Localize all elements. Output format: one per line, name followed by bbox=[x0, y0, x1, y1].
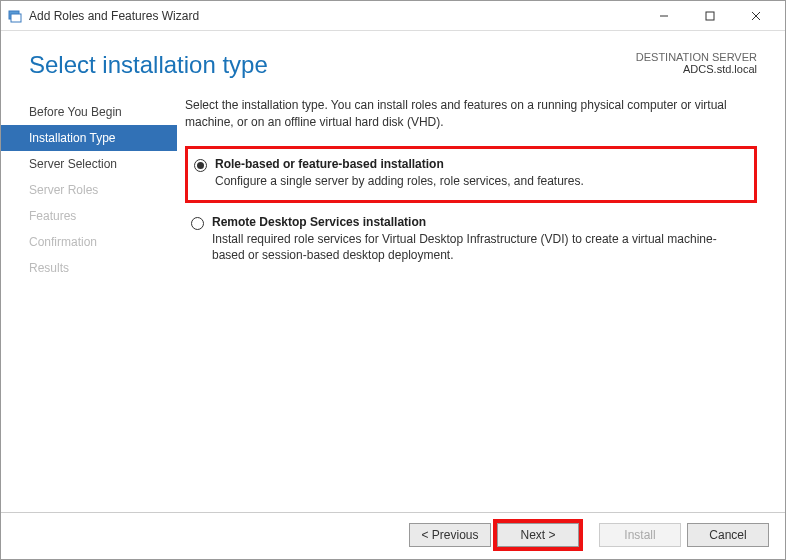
sidebar-item-confirmation: Confirmation bbox=[1, 229, 177, 255]
option-rds-text: Remote Desktop Services installation Ins… bbox=[212, 215, 747, 265]
window-buttons bbox=[641, 1, 779, 31]
header-area: Select installation type DESTINATION SER… bbox=[1, 31, 785, 91]
destination-block: DESTINATION SERVER ADCS.std.local bbox=[636, 51, 757, 75]
radio-rds[interactable] bbox=[191, 217, 204, 230]
option-role-based[interactable]: Role-based or feature-based installation… bbox=[185, 146, 757, 203]
radio-role-based[interactable] bbox=[194, 159, 207, 172]
sidebar-item-installation-type[interactable]: Installation Type bbox=[1, 125, 177, 151]
option-rds[interactable]: Remote Desktop Services installation Ins… bbox=[185, 207, 757, 275]
window-title: Add Roles and Features Wizard bbox=[29, 9, 641, 23]
sidebar-item-server-selection[interactable]: Server Selection bbox=[1, 151, 177, 177]
cancel-button[interactable]: Cancel bbox=[687, 523, 769, 547]
next-button[interactable]: Next > bbox=[497, 523, 579, 547]
sidebar-item-before-you-begin[interactable]: Before You Begin bbox=[1, 99, 177, 125]
destination-value: ADCS.std.local bbox=[636, 63, 757, 75]
svg-rect-3 bbox=[706, 12, 714, 20]
side-nav: Before You Begin Installation Type Serve… bbox=[1, 91, 177, 512]
minimize-button[interactable] bbox=[641, 1, 687, 31]
footer-area: < Previous Next > Install Cancel bbox=[1, 512, 785, 559]
svg-rect-1 bbox=[11, 14, 21, 22]
option-role-based-desc: Configure a single server by adding role… bbox=[215, 173, 584, 190]
maximize-button[interactable] bbox=[687, 1, 733, 31]
sidebar-item-server-roles: Server Roles bbox=[1, 177, 177, 203]
page-title: Select installation type bbox=[29, 51, 636, 79]
app-icon bbox=[7, 8, 23, 24]
sidebar-item-results: Results bbox=[1, 255, 177, 281]
wizard-window: Add Roles and Features Wizard Select ins… bbox=[0, 0, 786, 560]
content-pane: Select the installation type. You can in… bbox=[177, 91, 785, 512]
body-area: Before You Begin Installation Type Serve… bbox=[1, 91, 785, 512]
option-rds-desc: Install required role services for Virtu… bbox=[212, 231, 747, 265]
close-button[interactable] bbox=[733, 1, 779, 31]
titlebar: Add Roles and Features Wizard bbox=[1, 1, 785, 31]
button-gap bbox=[585, 523, 593, 547]
option-rds-title: Remote Desktop Services installation bbox=[212, 215, 747, 229]
option-role-based-title: Role-based or feature-based installation bbox=[215, 157, 584, 171]
option-role-based-text: Role-based or feature-based installation… bbox=[215, 157, 584, 190]
destination-label: DESTINATION SERVER bbox=[636, 51, 757, 63]
install-button: Install bbox=[599, 523, 681, 547]
previous-button[interactable]: < Previous bbox=[409, 523, 491, 547]
sidebar-item-features: Features bbox=[1, 203, 177, 229]
intro-text: Select the installation type. You can in… bbox=[185, 97, 757, 132]
